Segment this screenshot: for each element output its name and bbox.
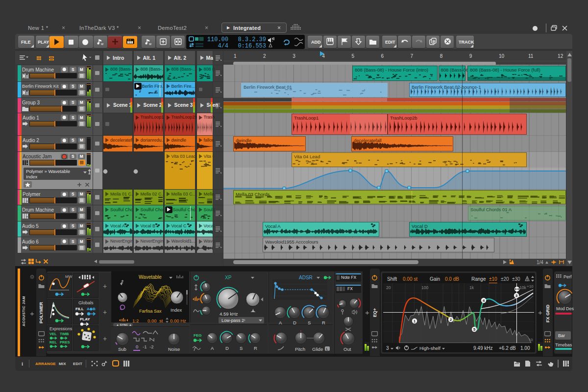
svg-text:2: 2: [450, 318, 452, 322]
svg-text:4: 4: [483, 298, 485, 303]
svg-text:w: w: [100, 42, 104, 46]
svg-text:1: 1: [414, 319, 416, 323]
svg-text:3: 3: [515, 294, 518, 298]
svg-text:w: w: [148, 42, 152, 46]
svg-text:5: 5: [473, 327, 476, 332]
